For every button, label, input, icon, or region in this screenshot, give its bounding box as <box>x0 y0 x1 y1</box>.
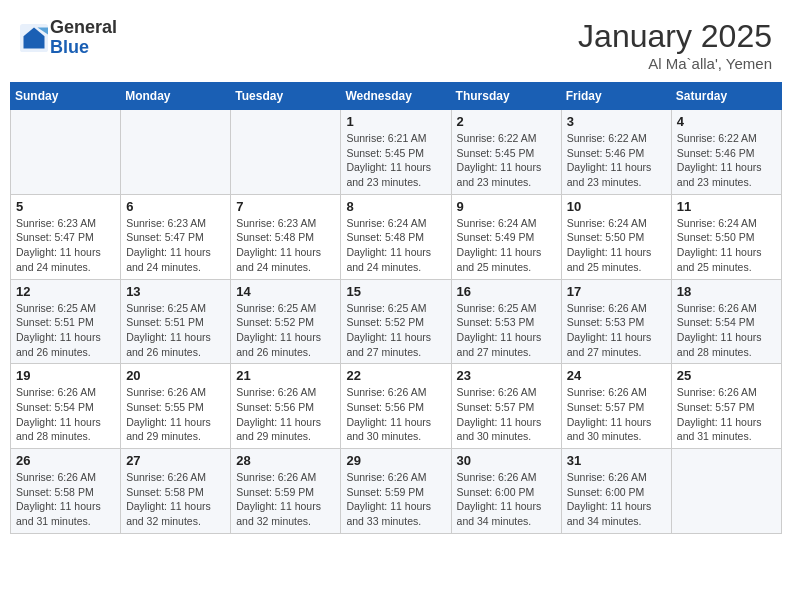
day-info: Sunrise: 6:26 AM Sunset: 5:59 PM Dayligh… <box>236 470 335 529</box>
calendar-cell: 12Sunrise: 6:25 AM Sunset: 5:51 PM Dayli… <box>11 279 121 364</box>
day-info: Sunrise: 6:26 AM Sunset: 5:55 PM Dayligh… <box>126 385 225 444</box>
calendar-cell: 3Sunrise: 6:22 AM Sunset: 5:46 PM Daylig… <box>561 110 671 195</box>
day-number: 16 <box>457 284 556 299</box>
day-number: 24 <box>567 368 666 383</box>
day-info: Sunrise: 6:26 AM Sunset: 5:58 PM Dayligh… <box>16 470 115 529</box>
day-info: Sunrise: 6:25 AM Sunset: 5:52 PM Dayligh… <box>236 301 335 360</box>
calendar-container: SundayMondayTuesdayWednesdayThursdayFrid… <box>0 82 792 544</box>
day-info: Sunrise: 6:26 AM Sunset: 5:56 PM Dayligh… <box>236 385 335 444</box>
day-number: 20 <box>126 368 225 383</box>
day-number: 14 <box>236 284 335 299</box>
day-number: 6 <box>126 199 225 214</box>
day-info: Sunrise: 6:24 AM Sunset: 5:50 PM Dayligh… <box>567 216 666 275</box>
calendar-cell: 21Sunrise: 6:26 AM Sunset: 5:56 PM Dayli… <box>231 364 341 449</box>
calendar-cell: 19Sunrise: 6:26 AM Sunset: 5:54 PM Dayli… <box>11 364 121 449</box>
day-info: Sunrise: 6:22 AM Sunset: 5:46 PM Dayligh… <box>567 131 666 190</box>
calendar-cell: 2Sunrise: 6:22 AM Sunset: 5:45 PM Daylig… <box>451 110 561 195</box>
day-info: Sunrise: 6:26 AM Sunset: 5:54 PM Dayligh… <box>677 301 776 360</box>
day-info: Sunrise: 6:25 AM Sunset: 5:51 PM Dayligh… <box>126 301 225 360</box>
calendar-cell: 1Sunrise: 6:21 AM Sunset: 5:45 PM Daylig… <box>341 110 451 195</box>
day-info: Sunrise: 6:23 AM Sunset: 5:48 PM Dayligh… <box>236 216 335 275</box>
logo-blue-text: Blue <box>50 37 89 57</box>
title-block: January 2025 Al Ma`alla', Yemen <box>578 18 772 72</box>
weekday-header-sunday: Sunday <box>11 83 121 110</box>
day-number: 21 <box>236 368 335 383</box>
day-info: Sunrise: 6:26 AM Sunset: 5:57 PM Dayligh… <box>677 385 776 444</box>
day-number: 5 <box>16 199 115 214</box>
day-info: Sunrise: 6:26 AM Sunset: 6:00 PM Dayligh… <box>457 470 556 529</box>
calendar-cell: 15Sunrise: 6:25 AM Sunset: 5:52 PM Dayli… <box>341 279 451 364</box>
weekday-header-saturday: Saturday <box>671 83 781 110</box>
day-info: Sunrise: 6:26 AM Sunset: 5:56 PM Dayligh… <box>346 385 445 444</box>
page-header: General Blue January 2025 Al Ma`alla', Y… <box>0 0 792 82</box>
calendar-cell <box>671 449 781 534</box>
day-number: 3 <box>567 114 666 129</box>
calendar-cell: 20Sunrise: 6:26 AM Sunset: 5:55 PM Dayli… <box>121 364 231 449</box>
weekday-header-tuesday: Tuesday <box>231 83 341 110</box>
day-number: 26 <box>16 453 115 468</box>
day-number: 22 <box>346 368 445 383</box>
calendar-cell <box>231 110 341 195</box>
day-info: Sunrise: 6:21 AM Sunset: 5:45 PM Dayligh… <box>346 131 445 190</box>
day-number: 4 <box>677 114 776 129</box>
calendar-cell: 7Sunrise: 6:23 AM Sunset: 5:48 PM Daylig… <box>231 194 341 279</box>
day-number: 11 <box>677 199 776 214</box>
weekday-header-thursday: Thursday <box>451 83 561 110</box>
day-number: 28 <box>236 453 335 468</box>
calendar-cell: 5Sunrise: 6:23 AM Sunset: 5:47 PM Daylig… <box>11 194 121 279</box>
day-info: Sunrise: 6:22 AM Sunset: 5:45 PM Dayligh… <box>457 131 556 190</box>
logo: General Blue <box>20 18 117 58</box>
calendar-week-row: 26Sunrise: 6:26 AM Sunset: 5:58 PM Dayli… <box>11 449 782 534</box>
day-info: Sunrise: 6:22 AM Sunset: 5:46 PM Dayligh… <box>677 131 776 190</box>
day-number: 8 <box>346 199 445 214</box>
calendar-cell: 6Sunrise: 6:23 AM Sunset: 5:47 PM Daylig… <box>121 194 231 279</box>
calendar-cell: 23Sunrise: 6:26 AM Sunset: 5:57 PM Dayli… <box>451 364 561 449</box>
calendar-week-row: 19Sunrise: 6:26 AM Sunset: 5:54 PM Dayli… <box>11 364 782 449</box>
day-info: Sunrise: 6:23 AM Sunset: 5:47 PM Dayligh… <box>16 216 115 275</box>
weekday-header-friday: Friday <box>561 83 671 110</box>
day-info: Sunrise: 6:26 AM Sunset: 5:57 PM Dayligh… <box>457 385 556 444</box>
day-info: Sunrise: 6:24 AM Sunset: 5:50 PM Dayligh… <box>677 216 776 275</box>
calendar-cell: 29Sunrise: 6:26 AM Sunset: 5:59 PM Dayli… <box>341 449 451 534</box>
day-number: 18 <box>677 284 776 299</box>
day-number: 10 <box>567 199 666 214</box>
day-number: 23 <box>457 368 556 383</box>
calendar-cell: 16Sunrise: 6:25 AM Sunset: 5:53 PM Dayli… <box>451 279 561 364</box>
day-number: 17 <box>567 284 666 299</box>
weekday-header-wednesday: Wednesday <box>341 83 451 110</box>
calendar-week-row: 5Sunrise: 6:23 AM Sunset: 5:47 PM Daylig… <box>11 194 782 279</box>
weekday-header-row: SundayMondayTuesdayWednesdayThursdayFrid… <box>11 83 782 110</box>
calendar-cell <box>121 110 231 195</box>
calendar-cell: 31Sunrise: 6:26 AM Sunset: 6:00 PM Dayli… <box>561 449 671 534</box>
day-info: Sunrise: 6:26 AM Sunset: 6:00 PM Dayligh… <box>567 470 666 529</box>
day-info: Sunrise: 6:24 AM Sunset: 5:48 PM Dayligh… <box>346 216 445 275</box>
logo-icon <box>20 24 48 52</box>
calendar-cell: 30Sunrise: 6:26 AM Sunset: 6:00 PM Dayli… <box>451 449 561 534</box>
calendar-cell: 28Sunrise: 6:26 AM Sunset: 5:59 PM Dayli… <box>231 449 341 534</box>
day-number: 15 <box>346 284 445 299</box>
calendar-cell: 9Sunrise: 6:24 AM Sunset: 5:49 PM Daylig… <box>451 194 561 279</box>
calendar-week-row: 12Sunrise: 6:25 AM Sunset: 5:51 PM Dayli… <box>11 279 782 364</box>
calendar-cell: 13Sunrise: 6:25 AM Sunset: 5:51 PM Dayli… <box>121 279 231 364</box>
day-number: 29 <box>346 453 445 468</box>
day-info: Sunrise: 6:25 AM Sunset: 5:52 PM Dayligh… <box>346 301 445 360</box>
day-info: Sunrise: 6:23 AM Sunset: 5:47 PM Dayligh… <box>126 216 225 275</box>
weekday-header-monday: Monday <box>121 83 231 110</box>
calendar-cell: 8Sunrise: 6:24 AM Sunset: 5:48 PM Daylig… <box>341 194 451 279</box>
day-number: 12 <box>16 284 115 299</box>
calendar-cell: 10Sunrise: 6:24 AM Sunset: 5:50 PM Dayli… <box>561 194 671 279</box>
calendar-cell: 4Sunrise: 6:22 AM Sunset: 5:46 PM Daylig… <box>671 110 781 195</box>
day-number: 2 <box>457 114 556 129</box>
day-info: Sunrise: 6:25 AM Sunset: 5:53 PM Dayligh… <box>457 301 556 360</box>
logo-general-text: General <box>50 17 117 37</box>
calendar-cell: 14Sunrise: 6:25 AM Sunset: 5:52 PM Dayli… <box>231 279 341 364</box>
day-number: 30 <box>457 453 556 468</box>
month-title: January 2025 <box>578 18 772 55</box>
day-number: 27 <box>126 453 225 468</box>
day-number: 25 <box>677 368 776 383</box>
calendar-cell: 17Sunrise: 6:26 AM Sunset: 5:53 PM Dayli… <box>561 279 671 364</box>
day-number: 7 <box>236 199 335 214</box>
day-info: Sunrise: 6:26 AM Sunset: 5:58 PM Dayligh… <box>126 470 225 529</box>
calendar-table: SundayMondayTuesdayWednesdayThursdayFrid… <box>10 82 782 534</box>
day-number: 1 <box>346 114 445 129</box>
